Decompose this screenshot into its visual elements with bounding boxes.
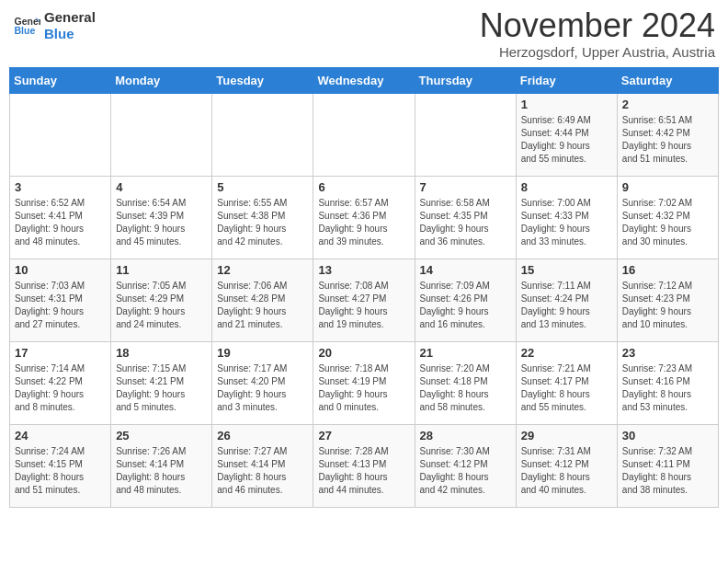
day-number: 23 xyxy=(622,346,713,360)
calendar-cell: 4Sunrise: 6:54 AM Sunset: 4:39 PM Daylig… xyxy=(111,177,212,259)
logo-line2: Blue xyxy=(44,26,96,42)
day-info: Sunrise: 7:32 AM Sunset: 4:11 PM Dayligh… xyxy=(622,445,713,497)
calendar-cell: 24Sunrise: 7:24 AM Sunset: 4:15 PM Dayli… xyxy=(10,425,111,508)
calendar-cell: 10Sunrise: 7:03 AM Sunset: 4:31 PM Dayli… xyxy=(10,259,111,342)
day-info: Sunrise: 7:09 AM Sunset: 4:26 PM Dayligh… xyxy=(420,280,511,331)
header-saturday: Saturday xyxy=(617,68,718,94)
day-info: Sunrise: 7:17 AM Sunset: 4:20 PM Dayligh… xyxy=(217,362,308,414)
day-number: 28 xyxy=(420,429,511,442)
day-info: Sunrise: 6:55 AM Sunset: 4:38 PM Dayligh… xyxy=(217,197,308,248)
day-info: Sunrise: 7:18 AM Sunset: 4:19 PM Dayligh… xyxy=(318,362,409,414)
calendar-cell: 26Sunrise: 7:27 AM Sunset: 4:14 PM Dayli… xyxy=(212,425,313,508)
day-info: Sunrise: 7:11 AM Sunset: 4:24 PM Dayligh… xyxy=(521,280,612,331)
day-number: 3 xyxy=(15,180,106,194)
day-number: 30 xyxy=(622,429,713,442)
calendar-cell: 22Sunrise: 7:21 AM Sunset: 4:17 PM Dayli… xyxy=(516,342,617,425)
day-info: Sunrise: 7:21 AM Sunset: 4:17 PM Dayligh… xyxy=(521,362,612,414)
calendar-cell: 30Sunrise: 7:32 AM Sunset: 4:11 PM Dayli… xyxy=(617,425,718,508)
day-number: 4 xyxy=(116,180,207,194)
day-number: 2 xyxy=(622,98,713,111)
calendar-cell: 11Sunrise: 7:05 AM Sunset: 4:29 PM Dayli… xyxy=(111,259,212,342)
calendar-header-row: SundayMondayTuesdayWednesdayThursdayFrid… xyxy=(10,68,719,94)
header-wednesday: Wednesday xyxy=(313,68,415,94)
day-info: Sunrise: 6:51 AM Sunset: 4:42 PM Dayligh… xyxy=(622,114,713,166)
logo: General Blue General Blue xyxy=(13,9,96,42)
logo-icon: General Blue xyxy=(13,12,40,40)
month-title: November 2024 xyxy=(480,9,715,42)
day-number: 15 xyxy=(521,263,612,277)
day-info: Sunrise: 7:23 AM Sunset: 4:16 PM Dayligh… xyxy=(622,362,713,414)
day-number: 16 xyxy=(622,263,713,277)
day-number: 27 xyxy=(318,429,409,442)
day-info: Sunrise: 7:30 AM Sunset: 4:12 PM Dayligh… xyxy=(420,445,511,497)
day-number: 21 xyxy=(420,346,511,360)
calendar-cell: 17Sunrise: 7:14 AM Sunset: 4:22 PM Dayli… xyxy=(10,342,111,425)
day-number: 5 xyxy=(217,180,308,194)
calendar-cell: 5Sunrise: 6:55 AM Sunset: 4:38 PM Daylig… xyxy=(212,177,313,259)
calendar-cell: 19Sunrise: 7:17 AM Sunset: 4:20 PM Dayli… xyxy=(212,342,313,425)
day-info: Sunrise: 6:49 AM Sunset: 4:44 PM Dayligh… xyxy=(521,114,612,166)
calendar-cell: 28Sunrise: 7:30 AM Sunset: 4:12 PM Dayli… xyxy=(415,425,516,508)
calendar-cell: 23Sunrise: 7:23 AM Sunset: 4:16 PM Dayli… xyxy=(617,342,718,425)
day-number: 10 xyxy=(15,263,106,277)
calendar-cell xyxy=(111,94,212,177)
day-number: 25 xyxy=(116,429,207,442)
day-info: Sunrise: 7:15 AM Sunset: 4:21 PM Dayligh… xyxy=(116,362,207,414)
calendar-cell: 27Sunrise: 7:28 AM Sunset: 4:13 PM Dayli… xyxy=(313,425,415,508)
page-header: General Blue General Blue November 2024 … xyxy=(9,9,719,60)
day-number: 24 xyxy=(15,429,106,442)
calendar-cell: 3Sunrise: 6:52 AM Sunset: 4:41 PM Daylig… xyxy=(10,177,111,259)
day-number: 11 xyxy=(116,263,207,277)
day-number: 26 xyxy=(217,429,308,442)
day-info: Sunrise: 7:03 AM Sunset: 4:31 PM Dayligh… xyxy=(15,280,106,331)
day-number: 9 xyxy=(622,180,713,194)
day-info: Sunrise: 7:08 AM Sunset: 4:27 PM Dayligh… xyxy=(318,280,409,331)
day-number: 1 xyxy=(521,98,612,111)
calendar-cell xyxy=(313,94,415,177)
calendar-cell: 13Sunrise: 7:08 AM Sunset: 4:27 PM Dayli… xyxy=(313,259,415,342)
header-tuesday: Tuesday xyxy=(212,68,313,94)
day-number: 17 xyxy=(15,346,106,360)
calendar-cell xyxy=(10,94,111,177)
day-number: 8 xyxy=(521,180,612,194)
header-thursday: Thursday xyxy=(415,68,516,94)
calendar-week-5: 24Sunrise: 7:24 AM Sunset: 4:15 PM Dayli… xyxy=(10,425,719,508)
calendar-cell: 20Sunrise: 7:18 AM Sunset: 4:19 PM Dayli… xyxy=(313,342,415,425)
calendar-cell: 16Sunrise: 7:12 AM Sunset: 4:23 PM Dayli… xyxy=(617,259,718,342)
calendar-week-2: 3Sunrise: 6:52 AM Sunset: 4:41 PM Daylig… xyxy=(10,177,719,259)
day-info: Sunrise: 7:12 AM Sunset: 4:23 PM Dayligh… xyxy=(622,280,713,331)
day-number: 6 xyxy=(318,180,409,194)
day-info: Sunrise: 7:05 AM Sunset: 4:29 PM Dayligh… xyxy=(116,280,207,331)
header-friday: Friday xyxy=(516,68,617,94)
day-info: Sunrise: 6:54 AM Sunset: 4:39 PM Dayligh… xyxy=(116,197,207,248)
calendar-cell: 6Sunrise: 6:57 AM Sunset: 4:36 PM Daylig… xyxy=(313,177,415,259)
logo-line1: General xyxy=(44,9,96,26)
day-info: Sunrise: 7:26 AM Sunset: 4:14 PM Dayligh… xyxy=(116,445,207,497)
day-number: 19 xyxy=(217,346,308,360)
svg-text:Blue: Blue xyxy=(15,25,36,36)
title-block: November 2024 Herzogsdorf, Upper Austria… xyxy=(480,9,715,60)
calendar-cell: 2Sunrise: 6:51 AM Sunset: 4:42 PM Daylig… xyxy=(617,94,718,177)
calendar-cell: 14Sunrise: 7:09 AM Sunset: 4:26 PM Dayli… xyxy=(415,259,516,342)
day-number: 29 xyxy=(521,429,612,442)
calendar-cell: 7Sunrise: 6:58 AM Sunset: 4:35 PM Daylig… xyxy=(415,177,516,259)
calendar-cell: 9Sunrise: 7:02 AM Sunset: 4:32 PM Daylig… xyxy=(617,177,718,259)
location: Herzogsdorf, Upper Austria, Austria xyxy=(480,44,715,60)
calendar-cell: 15Sunrise: 7:11 AM Sunset: 4:24 PM Dayli… xyxy=(516,259,617,342)
calendar-week-3: 10Sunrise: 7:03 AM Sunset: 4:31 PM Dayli… xyxy=(10,259,719,342)
day-number: 18 xyxy=(116,346,207,360)
calendar-cell: 12Sunrise: 7:06 AM Sunset: 4:28 PM Dayli… xyxy=(212,259,313,342)
day-info: Sunrise: 7:24 AM Sunset: 4:15 PM Dayligh… xyxy=(15,445,106,497)
header-monday: Monday xyxy=(111,68,212,94)
day-info: Sunrise: 6:52 AM Sunset: 4:41 PM Dayligh… xyxy=(15,197,106,248)
calendar-table: SundayMondayTuesdayWednesdayThursdayFrid… xyxy=(9,67,719,508)
day-info: Sunrise: 7:00 AM Sunset: 4:33 PM Dayligh… xyxy=(521,197,612,248)
calendar-cell: 25Sunrise: 7:26 AM Sunset: 4:14 PM Dayli… xyxy=(111,425,212,508)
calendar-cell: 18Sunrise: 7:15 AM Sunset: 4:21 PM Dayli… xyxy=(111,342,212,425)
day-info: Sunrise: 7:02 AM Sunset: 4:32 PM Dayligh… xyxy=(622,197,713,248)
day-info: Sunrise: 6:58 AM Sunset: 4:35 PM Dayligh… xyxy=(420,197,511,248)
day-info: Sunrise: 7:14 AM Sunset: 4:22 PM Dayligh… xyxy=(15,362,106,414)
day-info: Sunrise: 6:57 AM Sunset: 4:36 PM Dayligh… xyxy=(318,197,409,248)
day-info: Sunrise: 7:06 AM Sunset: 4:28 PM Dayligh… xyxy=(217,280,308,331)
day-info: Sunrise: 7:27 AM Sunset: 4:14 PM Dayligh… xyxy=(217,445,308,497)
